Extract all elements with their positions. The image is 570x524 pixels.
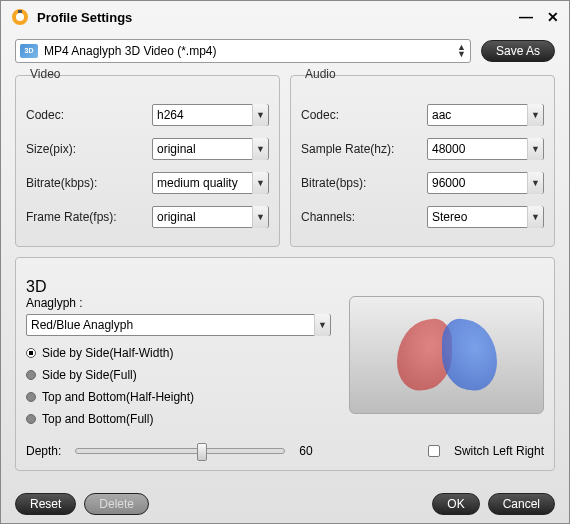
chevron-down-icon[interactable]: ▼ <box>252 206 268 228</box>
footer: Reset Delete OK Cancel <box>1 485 569 523</box>
audio-group: Audio Codec: aac▼ Sample Rate(hz): 48000… <box>290 75 555 247</box>
save-as-button[interactable]: Save As <box>481 40 555 62</box>
threed-left-panel: Anaglyph : Red/Blue Anaglyph▼ Side by Si… <box>26 296 331 430</box>
spinner-arrows-icon[interactable]: ▲▼ <box>457 44 466 58</box>
body-area: Video Codec: h264▼ Size(pix): original▼ … <box>1 69 569 485</box>
radio-icon <box>26 414 36 424</box>
audio-codec-label: Codec: <box>301 108 419 122</box>
anaglyph-label: Anaglyph : <box>26 296 331 310</box>
ok-button[interactable]: OK <box>432 493 479 515</box>
radio-icon <box>26 370 36 380</box>
radio-icon <box>26 348 36 358</box>
chevron-down-icon[interactable]: ▼ <box>527 206 543 228</box>
video-codec-label: Codec: <box>26 108 144 122</box>
switch-lr-label: Switch Left Right <box>454 444 544 458</box>
audio-channels-label: Channels: <box>301 210 419 224</box>
cancel-button[interactable]: Cancel <box>488 493 555 515</box>
video-codec-combo[interactable]: h264▼ <box>152 104 269 126</box>
butterfly-icon <box>377 315 517 395</box>
profile-selected-text: MP4 Anaglyph 3D Video (*.mp4) <box>44 44 451 58</box>
audio-bitrate-combo[interactable]: 96000▼ <box>427 172 544 194</box>
video-size-label: Size(pix): <box>26 142 144 156</box>
video-legend: Video <box>26 67 64 81</box>
chevron-down-icon[interactable]: ▼ <box>252 172 268 194</box>
video-bitrate-combo[interactable]: medium quality▼ <box>152 172 269 194</box>
audio-samplerate-combo[interactable]: 48000▼ <box>427 138 544 160</box>
window-controls: — ✕ <box>519 9 559 25</box>
profile-dropdown[interactable]: 3D MP4 Anaglyph 3D Video (*.mp4) ▲▼ <box>15 39 471 63</box>
delete-button[interactable]: Delete <box>84 493 149 515</box>
chevron-down-icon[interactable]: ▼ <box>527 138 543 160</box>
depth-slider[interactable] <box>75 448 285 454</box>
video-size-combo[interactable]: original▼ <box>152 138 269 160</box>
svg-rect-1 <box>18 10 22 13</box>
radio-tb-full[interactable]: Top and Bottom(Full) <box>26 408 331 430</box>
chevron-down-icon[interactable]: ▼ <box>527 172 543 194</box>
audio-samplerate-label: Sample Rate(hz): <box>301 142 419 156</box>
chevron-down-icon[interactable]: ▼ <box>252 104 268 126</box>
reset-button[interactable]: Reset <box>15 493 76 515</box>
video-bitrate-label: Bitrate(kbps): <box>26 176 144 190</box>
threed-legend: 3D <box>26 278 46 295</box>
threed-preview <box>349 296 544 414</box>
audio-codec-combo[interactable]: aac▼ <box>427 104 544 126</box>
window-title: Profile Settings <box>37 10 511 25</box>
audio-legend: Audio <box>301 67 340 81</box>
depth-row: Depth: 60 Switch Left Right <box>26 444 544 458</box>
radio-sbs-half[interactable]: Side by Side(Half-Width) <box>26 342 331 364</box>
radio-icon <box>26 392 36 402</box>
profile-settings-window: Profile Settings — ✕ 3D MP4 Anaglyph 3D … <box>0 0 570 524</box>
video-audio-columns: Video Codec: h264▼ Size(pix): original▼ … <box>15 75 555 247</box>
titlebar: Profile Settings — ✕ <box>1 1 569 33</box>
depth-label: Depth: <box>26 444 61 458</box>
profile-3d-icon: 3D <box>20 44 38 58</box>
anaglyph-combo[interactable]: Red/Blue Anaglyph▼ <box>26 314 331 336</box>
switch-lr-checkbox[interactable] <box>428 445 440 457</box>
video-framerate-combo[interactable]: original▼ <box>152 206 269 228</box>
audio-channels-combo[interactable]: Stereo▼ <box>427 206 544 228</box>
radio-sbs-full[interactable]: Side by Side(Full) <box>26 364 331 386</box>
video-framerate-label: Frame Rate(fps): <box>26 210 144 224</box>
radio-tb-half[interactable]: Top and Bottom(Half-Height) <box>26 386 331 408</box>
depth-value: 60 <box>299 444 312 458</box>
threed-group: 3D Anaglyph : Red/Blue Anaglyph▼ Side by… <box>15 257 555 471</box>
chevron-down-icon[interactable]: ▼ <box>314 314 330 336</box>
audio-bitrate-label: Bitrate(bps): <box>301 176 419 190</box>
chevron-down-icon[interactable]: ▼ <box>527 104 543 126</box>
minimize-button[interactable]: — <box>519 9 533 25</box>
app-icon <box>11 8 29 26</box>
slider-thumb[interactable] <box>197 443 207 461</box>
chevron-down-icon[interactable]: ▼ <box>252 138 268 160</box>
profile-row: 3D MP4 Anaglyph 3D Video (*.mp4) ▲▼ Save… <box>1 33 569 69</box>
close-button[interactable]: ✕ <box>547 9 559 25</box>
video-group: Video Codec: h264▼ Size(pix): original▼ … <box>15 75 280 247</box>
